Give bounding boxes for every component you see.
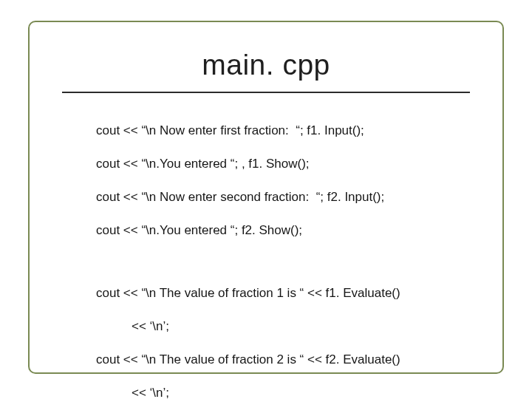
- slide-card: main. cpp cout << “\n Now enter first fr…: [28, 21, 504, 374]
- blank-line: [96, 256, 464, 269]
- code-line: cout << “\n Now enter first fraction: “;…: [96, 123, 464, 139]
- code-line: cout << “\n The value of fraction 1 is “…: [96, 285, 464, 301]
- code-line-continuation: << ‘\n’;: [96, 385, 464, 399]
- code-line: cout << “\n.You entered “; f2. Show();: [96, 222, 464, 239]
- code-line-continuation: << ‘\n’;: [96, 318, 464, 335]
- code-line: cout << “\n Now enter second fraction: “…: [96, 189, 464, 205]
- code-line: cout << “\n The value of fraction 2 is “…: [96, 352, 464, 368]
- title-divider: [62, 92, 470, 93]
- page-title: main. cpp: [62, 49, 470, 81]
- code-block: cout << “\n Now enter first fraction: “;…: [62, 106, 470, 399]
- code-line: cout << “\n.You entered “; , f1. Show();: [96, 156, 464, 172]
- slide: main. cpp cout << “\n Now enter first fr…: [0, 0, 532, 399]
